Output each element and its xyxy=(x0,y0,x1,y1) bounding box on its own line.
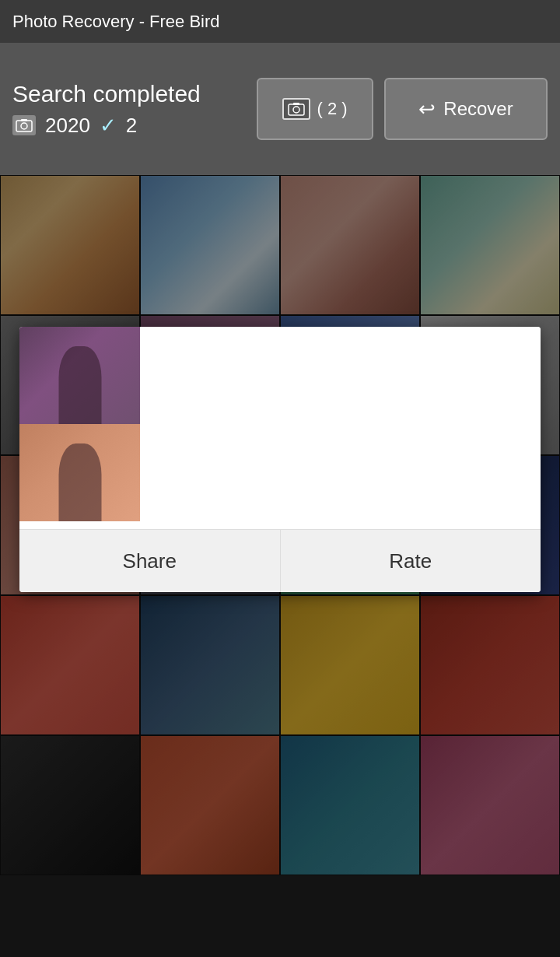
svg-rect-3 xyxy=(289,104,304,115)
rate-button[interactable]: Rate xyxy=(281,530,541,592)
recover-button[interactable]: ↩ Recover xyxy=(384,78,548,140)
thumbnail-1 xyxy=(19,327,140,424)
header-bar: Search completed 2020 ✓ 2 ( 2 ) ↩ xyxy=(0,43,560,175)
photo-icon xyxy=(282,98,310,120)
recover-icon: ↩ xyxy=(418,97,436,121)
person-figure-1 xyxy=(58,346,101,424)
svg-rect-5 xyxy=(293,103,299,105)
photo-year-icon xyxy=(12,115,36,135)
svg-point-1 xyxy=(21,123,27,129)
app-title: Photo Recovery - Free Bird xyxy=(12,12,220,32)
recover-label: Recover xyxy=(443,98,513,120)
svg-rect-0 xyxy=(16,121,32,131)
dialog-buttons: Share Rate xyxy=(19,529,541,592)
dialog-thumbnails xyxy=(19,327,140,529)
share-button[interactable]: Share xyxy=(19,530,281,592)
header-info: Search completed 2020 ✓ 2 xyxy=(12,81,246,138)
year-row: 2020 ✓ 2 xyxy=(12,114,246,138)
share-rate-dialog: Share Rate xyxy=(19,327,541,592)
grid-area: Share Rate xyxy=(0,175,560,957)
photo-count-button[interactable]: ( 2 ) xyxy=(257,78,373,140)
person-figure-2 xyxy=(58,443,101,521)
title-bar: Photo Recovery - Free Bird xyxy=(0,0,560,43)
photo-count-label: ( 2 ) xyxy=(317,99,347,119)
search-status: Search completed xyxy=(12,81,246,107)
check-icon: ✓ xyxy=(100,114,117,138)
dialog-white-area xyxy=(140,327,541,529)
svg-rect-2 xyxy=(21,119,27,121)
selected-count: 2 xyxy=(126,114,137,138)
dialog-content xyxy=(19,327,541,529)
year-label: 2020 xyxy=(45,114,90,138)
svg-point-4 xyxy=(293,107,299,113)
thumbnail-2 xyxy=(19,424,140,521)
